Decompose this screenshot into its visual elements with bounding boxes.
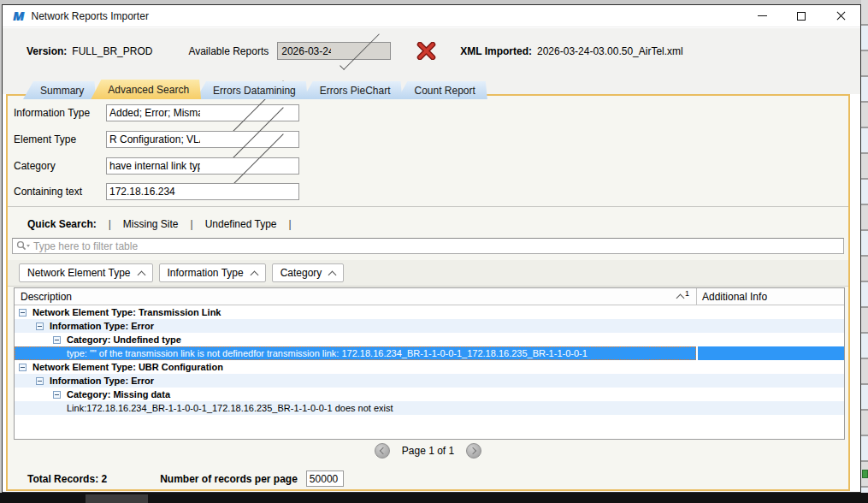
results-table: Description 1 Additional Info Network El…	[14, 287, 845, 440]
containing-text-input[interactable]	[106, 183, 299, 200]
records-per-page-label: Number of records per page	[160, 473, 298, 485]
chevron-up-icon	[328, 270, 337, 279]
category-select[interactable]: have internal link type; successfully ad…	[106, 157, 299, 175]
selected-description-cell: type: "" of the transmission link is not…	[15, 346, 696, 360]
page-indicator: Page 1 of 1	[402, 445, 454, 457]
background-window-sliver	[861, 0, 868, 503]
tab-bar: Summary Advanced Search Errors Dataminin…	[23, 80, 482, 99]
chevron-up-icon	[250, 270, 258, 279]
version-label: Version:	[27, 45, 67, 57]
form-row-element-type: Element Type R Configuration; VLAN; VPN;…	[14, 131, 299, 148]
tab-errors-piechart[interactable]: Errors PieChart	[303, 81, 403, 99]
table-row[interactable]: Category: Missing data	[15, 388, 844, 401]
group-button-information-type[interactable]: Information Type	[159, 263, 266, 282]
quick-search-row: Quick Search: | Missing Site | Undefined…	[27, 218, 292, 230]
close-button[interactable]	[821, 5, 860, 27]
selected-additional-info-cell	[696, 346, 844, 360]
collapse-icon[interactable]	[53, 336, 61, 344]
total-records-label: Total Records: 2	[27, 473, 107, 485]
table-row[interactable]: Category: Undefined type	[15, 333, 844, 346]
collapse-icon[interactable]	[53, 391, 61, 399]
containing-text-label: Containing text	[14, 186, 106, 198]
category-label: Category	[14, 160, 106, 172]
title-bar: M Network Reports Importer	[3, 5, 860, 27]
maximize-icon	[797, 12, 806, 21]
maximize-button[interactable]	[782, 5, 821, 27]
collapse-icon[interactable]	[19, 309, 27, 317]
table-row[interactable]: Network Element Type: Transmission Link	[15, 305, 844, 319]
table-row[interactable]: Information Type: Error	[15, 319, 844, 333]
version-row: Version: FULL_BR_PROD Available Reports …	[27, 42, 683, 60]
column-header-description[interactable]: Description 1	[15, 291, 696, 303]
table-row[interactable]: Link:172.18.16.234_BR-1-1-0-0-1_172.18.1…	[15, 401, 844, 415]
pagination: Page 1 of 1	[8, 443, 848, 459]
form-row-containing-text: Containing text	[14, 183, 299, 200]
available-reports-label: Available Reports	[188, 45, 269, 57]
version-value: FULL_BR_PROD	[72, 45, 152, 57]
footer-bar: Total Records: 2 Number of records per p…	[27, 470, 344, 487]
xml-imported-label: XML Imported:	[460, 45, 532, 57]
close-icon	[836, 11, 846, 21]
sort-indicator: 1	[677, 292, 689, 301]
form-row-category: Category have internal link type; succes…	[14, 157, 299, 175]
tab-advanced-search[interactable]: Advanced Search	[91, 80, 201, 99]
search-icon	[16, 240, 30, 252]
table-filter-input[interactable]: Type here to filter table	[12, 238, 844, 254]
arrow-right-icon	[469, 447, 476, 454]
chevron-down-icon	[340, 30, 380, 70]
table-header: Description 1 Additional Info	[15, 288, 844, 305]
quick-search-label: Quick Search:	[27, 218, 97, 230]
quick-link-missing-site[interactable]: Missing Site	[123, 218, 179, 230]
xml-imported-value: 2026-03-24-03.00.50_AirTel.xml	[537, 45, 683, 57]
available-reports-value: 2026-03-24 22:42:00.0	[281, 45, 331, 57]
tab-summary[interactable]: Summary	[23, 81, 96, 99]
available-reports-select[interactable]: 2026-03-24 22:42:00.0	[277, 42, 391, 60]
tab-errors-datamining[interactable]: Errors Datamining	[196, 81, 308, 99]
group-button-network-element-type[interactable]: Network Element Type	[19, 263, 153, 282]
red-x-icon	[416, 42, 436, 60]
table-row[interactable]: Network Element Type: UBR Configuration	[15, 360, 844, 374]
minimize-button[interactable]	[742, 5, 782, 27]
collapse-icon[interactable]	[36, 377, 44, 385]
column-header-additional-info[interactable]: Additional Info	[696, 288, 844, 305]
element-type-label: Element Type	[14, 133, 106, 145]
next-page-button[interactable]	[466, 443, 481, 459]
tab-count-report[interactable]: Count Report	[397, 81, 487, 99]
chevron-up-icon	[137, 270, 145, 279]
previous-page-button[interactable]	[375, 443, 390, 459]
window-title: Network Reports Importer	[32, 10, 149, 22]
delete-report-button[interactable]	[416, 42, 436, 60]
background-green-icon	[862, 470, 868, 478]
table-row[interactable]: Information Type: Error	[15, 374, 844, 388]
window-controls	[742, 5, 860, 27]
group-button-category[interactable]: Category	[272, 263, 345, 282]
advanced-search-panel: Information Type Added; Error; Mismatche…	[6, 94, 850, 491]
taskbar-item	[86, 494, 148, 503]
app-logo-icon: M	[13, 9, 23, 23]
information-type-label: Information Type	[14, 107, 106, 119]
chevron-up-icon	[676, 294, 685, 303]
arrow-left-icon	[380, 447, 387, 454]
form-row-information-type: Information Type Added; Error; Mismatche…	[14, 104, 299, 121]
collapse-icon[interactable]	[36, 323, 44, 330]
table-row-selected[interactable]: type: "" of the transmission link is not…	[15, 346, 844, 360]
records-per-page-input[interactable]	[306, 470, 344, 487]
quick-link-undefined-type[interactable]: Undefined Type	[205, 218, 277, 230]
section-divider	[8, 206, 848, 207]
screen: M Network Reports Importer Version: FULL…	[0, 0, 868, 503]
filter-placeholder: Type here to filter table	[33, 240, 138, 252]
minimize-icon	[758, 15, 767, 16]
collapse-icon[interactable]	[19, 364, 27, 371]
app-window: M Network Reports Importer Version: FULL…	[2, 4, 861, 493]
grouping-bar: Network Element Type Information Type Ca…	[8, 260, 848, 287]
